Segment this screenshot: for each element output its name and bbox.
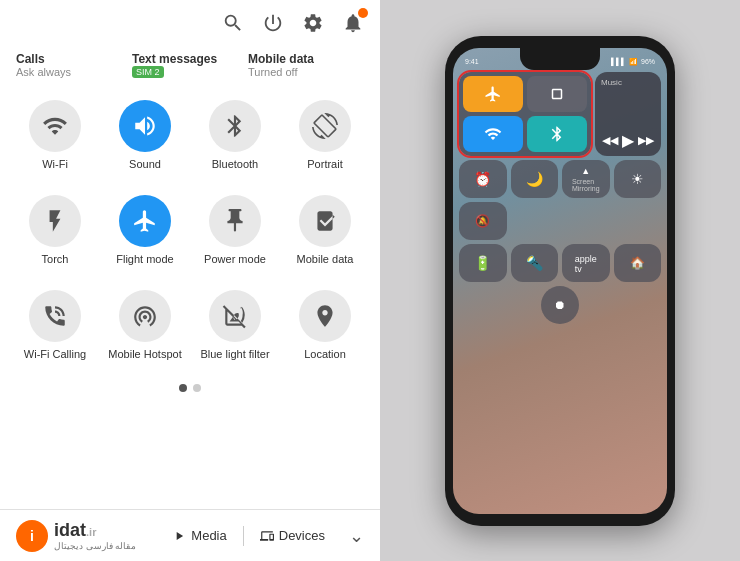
settings-icon[interactable]	[302, 12, 324, 38]
signal-icon: ▌▌▌	[611, 58, 626, 65]
power-mode-toggle[interactable]: Power mode	[192, 187, 278, 274]
bluetooth-cc[interactable]	[527, 116, 587, 152]
power-mode-icon-circle	[209, 195, 261, 247]
dot-2[interactable]	[193, 384, 201, 392]
homekit-icon: 🏠	[630, 256, 645, 270]
bottom-media-area: Media Devices ⌄	[172, 525, 364, 547]
torch-toggle[interactable]: Torch	[12, 187, 98, 274]
appletv-cc[interactable]: appletv	[562, 244, 610, 282]
prev-icon[interactable]: ◀◀	[602, 134, 618, 147]
wifi-label: Wi-Fi	[42, 158, 68, 171]
sound-icon-circle	[119, 100, 171, 152]
moon-cc[interactable]: 🌙	[511, 160, 559, 198]
logo-area: i idat.ir مقاله فارسی دیجیتال	[16, 520, 136, 552]
flight-mode-toggle[interactable]: Flight mode	[102, 187, 188, 274]
flight-mode-label: Flight mode	[116, 253, 173, 266]
portrait-toggle[interactable]: Portrait	[282, 92, 368, 179]
screen-mirror-cc[interactable]: ▲ ScreenMirroring	[562, 160, 610, 198]
appletv-label: appletv	[575, 254, 597, 274]
top-bar	[0, 0, 380, 46]
bluetooth-icon-circle	[209, 100, 261, 152]
devices-label: Devices	[279, 528, 325, 543]
silent-icon: 🔕	[475, 214, 490, 228]
notification-badge	[358, 8, 368, 18]
airplane-mode-cc[interactable]	[463, 76, 523, 112]
text-messages-title: Text messages	[132, 52, 248, 66]
battery-icon: 🔋	[474, 255, 491, 271]
alarm-cc[interactable]: ⏰	[459, 160, 507, 198]
text-messages-setting[interactable]: Text messages SIM 2	[132, 52, 248, 78]
wifi-status-icon: 📶	[629, 58, 638, 66]
moon-icon: 🌙	[526, 171, 543, 187]
mobile-hotspot-icon-circle	[119, 290, 171, 342]
power-icon[interactable]	[262, 12, 284, 38]
page-dots	[0, 374, 380, 398]
text-messages-sub: SIM 2	[132, 66, 248, 78]
calls-title: Calls	[16, 52, 132, 66]
torch-cc-icon: 🔦	[526, 255, 543, 271]
sound-toggle[interactable]: Sound	[102, 92, 188, 179]
power-mode-label: Power mode	[204, 253, 266, 266]
location-label: Location	[304, 348, 346, 361]
alarm-icon: ⏰	[474, 171, 491, 187]
wifi-calling-toggle[interactable]: Wi-Fi Calling	[12, 282, 98, 369]
mobile-data-setting[interactable]: Mobile data Turned off	[248, 52, 364, 78]
blue-light-filter-toggle[interactable]: Blue light filter	[192, 282, 278, 369]
media-button[interactable]: Media	[172, 528, 226, 543]
record-icon: ⏺	[554, 298, 566, 312]
search-icon[interactable]	[222, 12, 244, 38]
torch-icon-circle	[29, 195, 81, 247]
phone-screen: 9:41 ▌▌▌ 📶 96%	[453, 48, 667, 514]
calls-setting[interactable]: Calls Ask always	[16, 52, 132, 78]
quick-toggles-row1: Wi-Fi Sound Bluetooth Portrait	[0, 88, 380, 183]
wifi-toggle[interactable]: Wi-Fi	[12, 92, 98, 179]
next-icon[interactable]: ▶▶	[638, 134, 654, 147]
logo-sub: مقاله فارسی دیجیتال	[54, 542, 136, 551]
bottom-bar: i idat.ir مقاله فارسی دیجیتال Media Devi…	[0, 509, 380, 561]
chevron-down-icon[interactable]: ⌄	[349, 525, 364, 547]
portrait-icon-circle	[299, 100, 351, 152]
wifi-calling-icon-circle	[29, 290, 81, 342]
battery-status: 96%	[641, 58, 655, 65]
mobile-data-icon-circle	[299, 195, 351, 247]
mobile-data-label: Mobile data	[297, 253, 354, 266]
media-label: Media	[191, 528, 226, 543]
wifi-cc[interactable]	[463, 116, 523, 152]
notifications-icon[interactable]	[342, 12, 364, 38]
status-time: 9:41	[465, 58, 479, 66]
play-icon[interactable]: ▶	[622, 131, 634, 150]
homekit-cc[interactable]: 🏠	[614, 244, 662, 282]
location-icon-circle	[299, 290, 351, 342]
screen-record-cc[interactable]: ⏺	[541, 286, 579, 324]
bluetooth-toggle[interactable]: Bluetooth	[192, 92, 278, 179]
left-panel: Calls Ask always Text messages SIM 2 Mob…	[0, 0, 380, 561]
wifi-calling-label: Wi-Fi Calling	[24, 348, 86, 361]
blue-light-filter-icon-circle	[209, 290, 261, 342]
dot-1[interactable]	[179, 384, 187, 392]
brightness-cc[interactable]: ☀	[614, 160, 662, 198]
mobile-hotspot-toggle[interactable]: Mobile Hotspot	[102, 282, 188, 369]
quick-settings-row: Calls Ask always Text messages SIM 2 Mob…	[0, 46, 380, 88]
portrait-label: Portrait	[307, 158, 342, 171]
devices-button[interactable]: Devices	[260, 528, 325, 543]
silent-cc[interactable]: 🔕	[459, 202, 507, 240]
sound-label: Sound	[129, 158, 161, 171]
phone-notch	[520, 48, 600, 70]
bluetooth-label: Bluetooth	[212, 158, 258, 171]
mobile-data-sub: Turned off	[248, 66, 364, 78]
location-toggle[interactable]: Location	[282, 282, 368, 369]
phone-frame: 9:41 ▌▌▌ 📶 96%	[445, 36, 675, 526]
media-devices-divider	[243, 526, 244, 546]
flight-mode-icon-circle	[119, 195, 171, 247]
wifi-icon-circle	[29, 100, 81, 152]
torch-cc[interactable]: 🔦	[511, 244, 559, 282]
screen-mirror-label: ScreenMirroring	[572, 178, 600, 192]
logo-icon: i	[16, 520, 48, 552]
mobile-data-toggle[interactable]: Mobile data	[282, 187, 368, 274]
cellular-cc[interactable]	[527, 76, 587, 112]
quick-toggles-row2: Torch Flight mode Power mode Mobile data	[0, 183, 380, 278]
torch-label: Torch	[42, 253, 69, 266]
battery-cc[interactable]: 🔋	[459, 244, 507, 282]
mobile-hotspot-label: Mobile Hotspot	[108, 348, 181, 361]
right-panel: 9:41 ▌▌▌ 📶 96%	[380, 0, 740, 561]
